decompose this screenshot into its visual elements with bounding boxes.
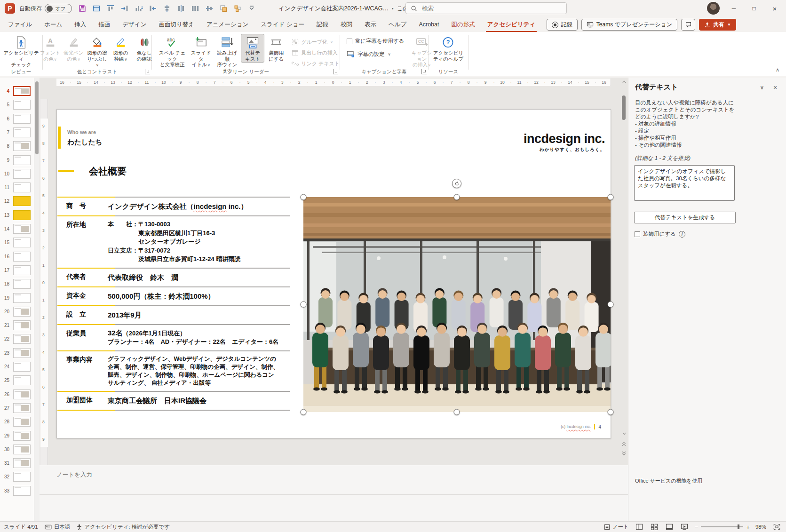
accessibility-status[interactable]: アクセシビリティ: 検討が必要です (77, 524, 170, 531)
comments-button[interactable] (681, 19, 695, 31)
slide-thumbnail-22[interactable]: 22 (0, 332, 34, 346)
slide-thumbnail-24[interactable]: 24 (0, 360, 34, 373)
table-row[interactable]: 代表者代表取締役 鈴木 潤 (57, 268, 290, 286)
slide-indicator[interactable]: スライド 4/91 (4, 524, 38, 531)
slide-canvas[interactable]: Who we are わたしたち incdesign inc. わかりやすく、お… (56, 109, 611, 438)
thumbnail-preview[interactable] (13, 196, 31, 206)
thumbnail-preview[interactable] (13, 155, 31, 165)
tab-design[interactable]: デザイン (116, 17, 152, 32)
selection-handle[interactable] (608, 302, 614, 308)
thumbnail-preview[interactable] (13, 210, 31, 220)
record-button[interactable]: 記録 (547, 19, 578, 31)
thumbnail-preview[interactable] (13, 169, 31, 179)
thumbnail-preview[interactable] (13, 293, 31, 303)
tab-record[interactable]: 記録 (310, 17, 334, 32)
user-avatar[interactable] (707, 2, 720, 15)
share-button[interactable]: 共有▼ (699, 19, 736, 31)
chart-down-icon[interactable] (133, 3, 144, 15)
slide-thumbnail-18[interactable]: 18 (0, 277, 34, 291)
notes-placeholder[interactable]: ノートを入力 (56, 471, 92, 479)
notes-panel[interactable]: ノートを入力 (40, 465, 628, 521)
powerpoint-logo-icon[interactable]: P (5, 3, 15, 14)
thumbnail-preview[interactable] (13, 238, 31, 247)
thumbnail-preview[interactable] (13, 114, 31, 124)
thumbnail-preview[interactable] (13, 307, 31, 317)
alt-text-button[interactable]: 代替テ キスト (241, 34, 264, 63)
thumbnail-preview[interactable] (13, 445, 31, 454)
mark-decorative-button[interactable]: 装飾用 にする (264, 34, 288, 63)
table-row[interactable]: 従業員32名（2026年1月1日現在）プランナー：4名 AD・デザイナー：22名… (57, 324, 290, 350)
slide-thumbnail-8[interactable]: 8 (0, 139, 34, 153)
scrollbar-thumb[interactable] (622, 95, 626, 120)
mark-decorative-checkbox[interactable]: 装飾用にする i (635, 230, 685, 238)
slide-thumbnail-7[interactable]: 7 (0, 126, 34, 139)
table-row[interactable]: 加盟団体東京商工会議所 日本IR協議会 (57, 391, 290, 410)
slide-thumbnail-31[interactable]: 31 (0, 456, 34, 470)
more-commands-icon[interactable] (246, 3, 257, 15)
link-text-button[interactable]: リンク テキスト (292, 60, 340, 67)
search-input[interactable] (421, 5, 555, 12)
tab-animations[interactable]: アニメーション (200, 17, 254, 32)
alt-text-input[interactable]: インクデザインのオフィスで撮影した社員の写真。30名くらいの多様なスタッフが在籍… (634, 165, 735, 201)
present-in-teams-button[interactable]: Teams でプレゼンテーション (581, 19, 677, 31)
slide-thumbnail-26[interactable]: 26 (0, 388, 34, 401)
pane-chevron-down-icon[interactable]: ∨ (757, 82, 767, 93)
tab-accessibility[interactable]: アクセシビリティ (481, 17, 541, 32)
selection-handle[interactable] (301, 194, 307, 200)
dialog-launcher-icon[interactable] (145, 69, 150, 74)
thumbnail-preview[interactable] (13, 265, 31, 275)
slideshow-view-button[interactable] (680, 523, 689, 531)
slide-thumbnail-20[interactable]: 20 (0, 305, 34, 318)
slide-thumbnail-27[interactable]: 27 (0, 401, 34, 415)
thumbnail-preview[interactable] (13, 320, 31, 330)
table-row[interactable]: 商 号インクデザイン株式会社（incdesign inc.） (57, 197, 290, 215)
align-middle-icon[interactable] (203, 3, 215, 15)
rotate-handle[interactable] (452, 179, 461, 188)
company-logo[interactable]: incdesign inc. わかりやすく、おもしろく。 (524, 132, 605, 153)
language-indicator[interactable]: 日本語 (45, 524, 71, 531)
tab-view[interactable]: 表示 (358, 17, 382, 32)
thumbnail-preview[interactable] (13, 375, 31, 385)
table-row[interactable]: 所在地本 社：〒130-0003 東京都墨田区横川1丁目16-3 センターオブガ… (57, 215, 290, 268)
tab-slideshow[interactable]: スライド ショー (254, 17, 310, 32)
slide-thumbnail-12[interactable]: 12 (0, 194, 34, 208)
slide-eyebrow-title[interactable]: わたしたち (67, 138, 102, 147)
tab-transitions[interactable]: 画面切り替え (152, 17, 200, 32)
slide-thumbnail-14[interactable]: 14 (0, 222, 34, 236)
slide-thumbnail-17[interactable]: 17 (0, 263, 34, 277)
tab-home[interactable]: ホーム (38, 17, 68, 32)
thumbnail-preview[interactable] (13, 431, 31, 441)
accessibility-help-button[interactable]: ? アクセシビリ ティのヘルプ (432, 34, 465, 63)
notes-toggle-button[interactable]: ノート (604, 524, 629, 531)
group-objects-button[interactable]: グループ化∨ (292, 39, 340, 46)
previous-slide-button[interactable] (621, 441, 627, 447)
tab-insert[interactable]: 挿入 (68, 17, 92, 32)
autosave-toggle[interactable]: 自動保存 オフ (19, 4, 72, 13)
slide-thumbnail-25[interactable]: 25 (0, 373, 34, 387)
tab-acrobat[interactable]: Acrobat (413, 17, 445, 32)
thumbnail-preview[interactable] (13, 224, 31, 234)
table-row[interactable]: 事業内容グラフィックデザイン、Webデザイン、デジタルコンテンツの企画、制作、運… (57, 350, 290, 391)
slide-thumbnail-21[interactable]: 21 (0, 318, 34, 332)
accessibility-check-button[interactable]: アクセシビリティ チェック (0, 34, 42, 69)
align-center-icon[interactable] (161, 3, 173, 15)
slide-thumbnail-28[interactable]: 28 (0, 415, 34, 429)
shape-outline-button[interactable]: 図形の 枠線∨ (109, 34, 133, 64)
selection-handle[interactable] (301, 302, 307, 308)
new-window-icon[interactable] (90, 3, 102, 15)
scroll-up-icon[interactable] (621, 79, 627, 85)
zoom-level[interactable]: 98% (755, 524, 766, 530)
thumbnail-preview[interactable] (13, 348, 31, 358)
tab-draw[interactable]: 描画 (92, 17, 116, 32)
normal-view-button[interactable] (635, 523, 644, 531)
reading-view-button[interactable] (665, 523, 674, 531)
slide-thumbnail-33[interactable]: 33 (0, 484, 34, 498)
slide-thumbnail-29[interactable]: 29 (0, 429, 34, 443)
fit-to-window-button[interactable] (772, 523, 781, 531)
save-icon[interactable] (76, 3, 88, 15)
distribute-horizontal-icon[interactable] (175, 3, 187, 15)
slide-thumbnail-30[interactable]: 30 (0, 443, 34, 456)
thumbnail-preview[interactable] (13, 362, 31, 372)
thumbnail-scrollbar[interactable] (34, 78, 40, 521)
align-left-icon[interactable] (147, 3, 159, 15)
